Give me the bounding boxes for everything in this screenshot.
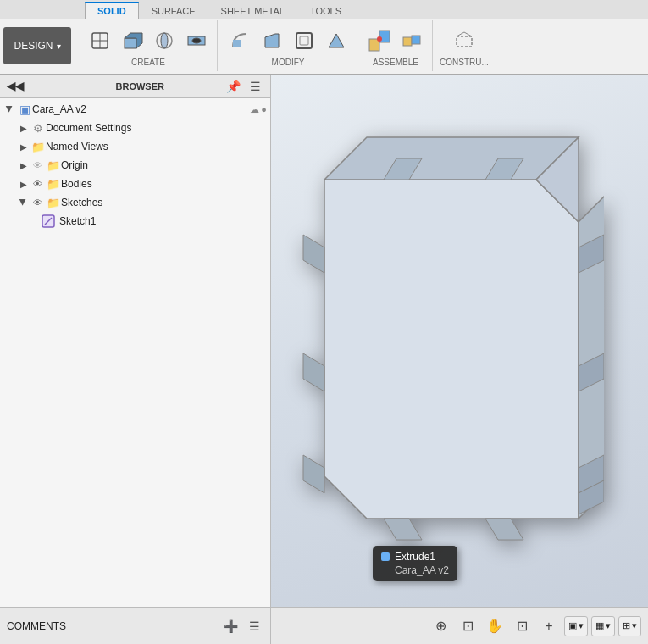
svg-marker-36 bbox=[384, 519, 422, 540]
svg-marker-31 bbox=[303, 235, 324, 273]
viewport-controls: ⊕ ⊡ ✋ ⊡ + ▣ ▾ ▦ ▾ ⊞ ▾ bbox=[271, 614, 648, 638]
comments-menu-button[interactable]: ☰ bbox=[245, 617, 263, 636]
svg-point-6 bbox=[161, 33, 168, 48]
tooltip-feature-row: Extrude1 bbox=[381, 551, 449, 563]
zoom-fit-button[interactable]: ⊡ bbox=[510, 614, 534, 638]
revolve-button[interactable] bbox=[149, 25, 180, 56]
visual-style-chevron: ▾ bbox=[606, 620, 611, 631]
toolbar: SOLID SURFACE SHEET METAL TOOLS DESIGN ▾ bbox=[0, 0, 648, 75]
construct-button[interactable] bbox=[449, 25, 479, 56]
draft-button[interactable] bbox=[321, 25, 352, 56]
arrow-origin: ▶ bbox=[17, 158, 30, 172]
hole-button[interactable] bbox=[181, 25, 212, 56]
construct-group: CONSTRU... bbox=[435, 20, 494, 71]
design-button[interactable]: DESIGN ▾ bbox=[3, 27, 71, 64]
eye-icon-bodies[interactable]: 👁 bbox=[30, 177, 44, 191]
rigid-group-button[interactable] bbox=[396, 25, 427, 56]
svg-rect-9 bbox=[233, 40, 241, 47]
construct-label: CONSTRU... bbox=[440, 58, 489, 67]
tree-label-bodies: Bodies bbox=[61, 178, 267, 190]
svg-point-8 bbox=[192, 38, 201, 43]
tree-item-sketch1[interactable]: Sketch1 bbox=[0, 212, 270, 230]
svg-rect-18 bbox=[412, 36, 420, 44]
svg-rect-3 bbox=[125, 38, 136, 48]
zoom-in-button[interactable]: + bbox=[537, 614, 561, 638]
display-mode-button[interactable]: ⊡ bbox=[456, 614, 479, 638]
pan-button[interactable]: ✋ bbox=[483, 614, 507, 638]
browser-menu-button[interactable]: ☰ bbox=[246, 78, 263, 95]
cloud-icon: ☁ bbox=[250, 104, 259, 115]
folder-icon-origin: 📁 bbox=[46, 158, 61, 173]
arrow-root: ▶ bbox=[3, 103, 17, 116]
visual-style-icon: ▦ bbox=[595, 620, 604, 631]
tree-label-root: Cara_AA v2 bbox=[32, 103, 246, 115]
tooltip-file-row: Cara_AA v2 bbox=[381, 564, 449, 576]
design-label: DESIGN bbox=[14, 40, 53, 52]
fillet-button[interactable] bbox=[224, 25, 255, 56]
joint-button[interactable] bbox=[364, 25, 395, 56]
3d-panel-svg bbox=[299, 112, 604, 569]
tree-item-named-views[interactable]: ▶ 📁 Named Views bbox=[0, 137, 270, 156]
tree-item-origin[interactable]: ▶ 👁 📁 Origin bbox=[0, 156, 270, 175]
tooltip-file-label: Cara_AA v2 bbox=[381, 564, 449, 576]
gear-icon: ⚙ bbox=[30, 120, 46, 136]
svg-rect-19 bbox=[457, 36, 472, 47]
folder-icon-sketches: 📁 bbox=[46, 195, 61, 210]
modify-label: MODIFY bbox=[272, 58, 305, 67]
view-cube-chevron: ▾ bbox=[632, 620, 637, 631]
svg-marker-13 bbox=[329, 34, 344, 47]
display-style-icon: ▣ bbox=[568, 620, 577, 631]
shell-button[interactable] bbox=[289, 25, 319, 56]
comments-section: COMMENTS ➕ ☰ bbox=[0, 608, 271, 645]
display-style-dropdown[interactable]: ▣ ▾ bbox=[564, 616, 588, 636]
tree-item-bodies[interactable]: ▶ 👁 📁 Bodies bbox=[0, 175, 270, 193]
grid-snap-button[interactable]: ⊕ bbox=[429, 614, 452, 638]
tab-surface[interactable]: SURFACE bbox=[139, 3, 208, 19]
folder-icon-named-views: 📁 bbox=[30, 139, 46, 154]
svg-rect-17 bbox=[403, 37, 412, 46]
tree-label-sketch1: Sketch1 bbox=[59, 215, 267, 227]
browser-pin-button[interactable]: 📌 bbox=[224, 78, 241, 95]
display-style-chevron: ▾ bbox=[579, 620, 584, 631]
tree-item-root[interactable]: ▶ ▣ Cara_AA v2 ☁ ● bbox=[0, 100, 270, 119]
tree-label-doc-settings: Document Settings bbox=[46, 122, 267, 134]
svg-marker-10 bbox=[265, 34, 279, 47]
sketch-icon bbox=[41, 214, 56, 229]
svg-marker-25 bbox=[324, 137, 579, 180]
browser-collapse-icon[interactable]: ◀◀ bbox=[7, 80, 111, 92]
svg-rect-11 bbox=[296, 33, 312, 48]
assemble-group: ASSEMBLE bbox=[359, 20, 433, 71]
comments-label: COMMENTS bbox=[7, 620, 66, 632]
viewport[interactable]: Extrude1 Cara_AA v2 bbox=[271, 75, 648, 607]
tooltip: Extrude1 Cara_AA v2 bbox=[373, 546, 457, 581]
main-area: ◀◀ BROWSER 📌 ☰ ▶ ▣ Cara_AA v2 ☁ ● ▶ ⚙ Do… bbox=[0, 75, 648, 607]
svg-marker-32 bbox=[303, 353, 324, 391]
assemble-label: ASSEMBLE bbox=[373, 58, 418, 67]
eye-icon-sketches[interactable]: 👁 bbox=[30, 196, 44, 209]
tree-item-sketches[interactable]: ▶ 👁 📁 Sketches bbox=[0, 193, 270, 212]
tooltip-dot-icon bbox=[381, 552, 390, 561]
save-icon: ● bbox=[261, 104, 267, 114]
browser-content: ▶ ▣ Cara_AA v2 ☁ ● ▶ ⚙ Document Settings… bbox=[0, 98, 270, 607]
eye-icon-origin[interactable]: 👁 bbox=[30, 158, 44, 172]
tab-row: SOLID SURFACE SHEET METAL TOOLS bbox=[0, 0, 648, 19]
tree-item-doc-settings[interactable]: ▶ ⚙ Document Settings bbox=[0, 119, 270, 137]
visual-style-dropdown[interactable]: ▦ ▾ bbox=[591, 616, 615, 636]
svg-marker-33 bbox=[303, 455, 324, 493]
bottom-bar: COMMENTS ➕ ☰ ⊕ ⊡ ✋ ⊡ + ▣ ▾ ▦ ▾ ⊞ ▾ bbox=[0, 607, 648, 644]
chamfer-button[interactable] bbox=[257, 25, 287, 56]
comments-add-button[interactable]: ➕ bbox=[221, 617, 240, 636]
3d-shape bbox=[299, 112, 621, 569]
design-chevron-icon: ▾ bbox=[57, 42, 61, 51]
tree-label-named-views: Named Views bbox=[46, 141, 267, 153]
tooltip-feature-label: Extrude1 bbox=[395, 551, 435, 563]
svg-rect-12 bbox=[300, 36, 308, 45]
tab-sheet-metal[interactable]: SHEET METAL bbox=[208, 3, 297, 19]
view-cube-dropdown[interactable]: ⊞ ▾ bbox=[618, 616, 641, 636]
create-group: CREATE bbox=[80, 20, 218, 71]
new-component-button[interactable] bbox=[85, 25, 115, 56]
arrow-sketches: ▶ bbox=[17, 196, 30, 209]
tab-solid[interactable]: SOLID bbox=[85, 2, 139, 19]
extrude-button[interactable] bbox=[117, 25, 147, 56]
tab-tools[interactable]: TOOLS bbox=[297, 3, 354, 19]
